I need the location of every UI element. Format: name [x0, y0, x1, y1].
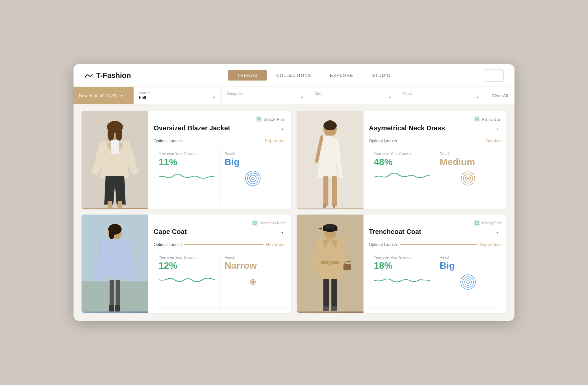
- main-content: Steady Riser Oversized Blazer Jacket → O…: [74, 104, 514, 321]
- reach-value-trench: Big: [440, 261, 496, 271]
- color-chevron-icon: ▼: [388, 96, 392, 99]
- logo: T-Fashion: [84, 71, 131, 80]
- svg-point-39: [251, 280, 255, 284]
- svg-rect-36: [115, 305, 120, 311]
- badge-row-cape: Seasonal Riser: [154, 220, 286, 226]
- optimal-launch-dress: Optimal Launch October: [369, 138, 501, 143]
- yoy-label-cape: Year over Year Growth: [159, 255, 215, 259]
- svg-point-11: [248, 173, 258, 184]
- launch-line-blazer: [184, 141, 262, 141]
- reach-label-dress: Reach: [440, 152, 496, 156]
- svg-point-4: [108, 128, 114, 141]
- yoy-chart-trench: [374, 274, 430, 284]
- svg-point-32: [109, 230, 114, 239]
- save-icon-dress[interactable]: [474, 116, 480, 122]
- pattern-chevron-icon: ▼: [476, 96, 479, 99]
- metrics-dress: Year over Year Growth 48% Reach Medium: [369, 148, 501, 205]
- svg-rect-48: [323, 279, 329, 309]
- nav-item-trends[interactable]: TRENDS: [228, 70, 267, 81]
- nav-item-explore[interactable]: EXPLORE: [321, 70, 363, 81]
- save-icon-trench[interactable]: [474, 220, 480, 226]
- yoy-metric-cape: Year over Year Growth 12%: [154, 252, 220, 308]
- yoy-label-trench: Year over Year Growth: [374, 255, 430, 259]
- nav-item-collections[interactable]: COLLECTIONS: [267, 70, 321, 81]
- launch-month-blazer: September: [265, 138, 286, 143]
- season-chevron-icon: ▼: [212, 96, 216, 99]
- card-header-dress: Asymetrical Neck Dress →: [369, 124, 501, 134]
- badge-cape: Seasonal Riser: [260, 221, 286, 225]
- app-window: T-Fashion TRENDS COLLECTIONS EXPLORE STU…: [74, 64, 514, 321]
- arrow-button-blazer[interactable]: →: [277, 124, 286, 134]
- launch-line-cape: [184, 244, 263, 245]
- launch-line-dress: [400, 141, 483, 141]
- svg-rect-8: [118, 201, 122, 208]
- badge-row-dress: Rising Star: [369, 116, 501, 122]
- filter-dropdowns: Season Fall ▼ Categories ▼ Color ▼: [134, 87, 514, 104]
- color-filter[interactable]: Color ▼: [309, 87, 397, 104]
- product-image-trench: [297, 215, 363, 313]
- logo-text: T-Fashion: [96, 71, 131, 80]
- svg-rect-50: [323, 306, 329, 311]
- svg-rect-20: [332, 176, 337, 206]
- svg-rect-6: [111, 140, 119, 154]
- product-card-trench: Rising Star Trenchcoat Coat → Optimal La…: [297, 215, 506, 313]
- yoy-chart-dress: [374, 170, 430, 180]
- reach-metric-cape: Reach Narrow: [220, 252, 286, 308]
- badge-row-trench: Rising Star: [369, 220, 501, 226]
- yoy-chart-cape: [159, 274, 215, 284]
- optimal-launch-blazer: Optimal Launch September: [154, 138, 286, 143]
- reach-metric-dress: Reach Medium: [435, 148, 501, 205]
- svg-point-44: [325, 224, 335, 229]
- reach-visual-cape: [225, 274, 281, 290]
- svg-rect-19: [323, 176, 328, 206]
- categories-value-row: ▼: [227, 96, 304, 99]
- svg-point-0: [85, 76, 86, 78]
- badge-trench: Rising Star: [482, 221, 501, 225]
- reach-visual-blazer: [225, 170, 281, 187]
- categories-chevron-icon: ▼: [300, 96, 304, 99]
- reach-value-dress: Medium: [440, 157, 496, 167]
- badge-dress: Rising Star: [482, 117, 501, 121]
- save-icon-blazer[interactable]: [256, 116, 262, 122]
- season-filter[interactable]: Season Fall ▼: [134, 87, 222, 104]
- product-info-cape: Seasonal Riser Cape Coat → Optimal Launc…: [148, 215, 291, 313]
- reach-label-cape: Reach: [225, 255, 281, 259]
- pattern-filter[interactable]: Pattern ▼: [397, 87, 485, 104]
- badge-blazer: Steady Riser: [264, 117, 286, 121]
- product-card-cape: Seasonal Riser Cape Coat → Optimal Launc…: [82, 215, 291, 313]
- product-title-cape: Cape Coat: [154, 228, 277, 236]
- yoy-chart-blazer: [159, 170, 215, 180]
- optimal-launch-label-cape: Optimal Launch: [154, 242, 182, 247]
- product-image-dress: [297, 111, 363, 209]
- arrow-button-dress[interactable]: →: [492, 124, 501, 134]
- location-value: New York, W 18-35: [79, 93, 116, 98]
- pattern-label: Pattern: [403, 92, 479, 96]
- svg-rect-22: [333, 204, 335, 208]
- optimal-launch-label-dress: Optimal Launch: [369, 139, 397, 143]
- location-filter[interactable]: New York, W 18-35 ▼: [74, 87, 134, 104]
- save-icon-cape[interactable]: [252, 220, 258, 226]
- yoy-label-dress: Year over Year Growth: [374, 152, 430, 156]
- svg-point-17: [325, 120, 335, 127]
- clear-all-button[interactable]: Clear All: [485, 87, 514, 104]
- location-chevron-icon: ▼: [120, 94, 123, 98]
- arrow-button-cape[interactable]: →: [277, 228, 286, 237]
- product-card-dress: Rising Star Asymetrical Neck Dress → Opt…: [297, 111, 506, 209]
- reach-metric-blazer: Reach Big: [220, 148, 286, 205]
- reach-value-cape: Narrow: [225, 261, 281, 271]
- svg-rect-21: [323, 204, 326, 208]
- nav-item-studio[interactable]: STUDIO: [363, 70, 400, 81]
- arrow-button-trench[interactable]: →: [492, 228, 501, 237]
- product-title-trench: Trenchcoat Coat: [369, 228, 492, 236]
- optimal-launch-label-blazer: Optimal Launch: [154, 139, 182, 143]
- launch-month-cape: November: [266, 242, 286, 247]
- categories-filter[interactable]: Categories ▼: [222, 87, 309, 104]
- main-nav: TRENDS COLLECTIONS EXPLORE STUDIO: [144, 70, 484, 81]
- logo-icon: [84, 71, 94, 80]
- metrics-cape: Year over Year Growth 12% Reach Narrow: [154, 252, 286, 309]
- svg-point-56: [467, 281, 469, 283]
- svg-point-12: [250, 175, 256, 182]
- svg-rect-46: [328, 261, 332, 265]
- product-image-blazer: [82, 111, 148, 209]
- header-action-box[interactable]: [484, 70, 504, 82]
